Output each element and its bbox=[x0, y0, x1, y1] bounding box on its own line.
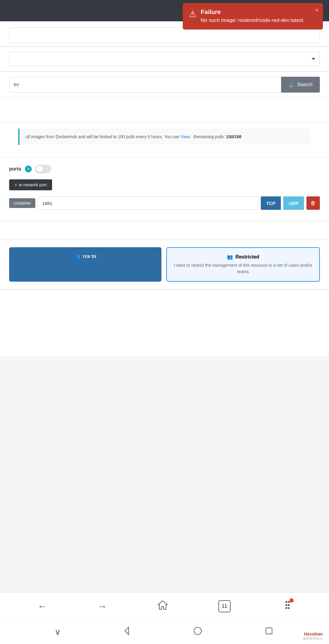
ports-section: ports ? + w network port container TCP U… bbox=[0, 157, 329, 221]
toggle-thumb bbox=[36, 166, 43, 172]
info-text-main: ull images from DockerHub and will be li… bbox=[26, 134, 179, 139]
android-chevron-down[interactable]: ∨ bbox=[55, 627, 61, 637]
android-system-back[interactable] bbox=[121, 625, 132, 639]
hassbian-sublabel: 彼岸技术论坛 bbox=[303, 636, 323, 641]
image-search-section: ev ⚓ Search bbox=[0, 72, 329, 98]
svg-point-2 bbox=[285, 604, 287, 606]
tabs-count: 11 bbox=[222, 604, 227, 609]
svg-rect-8 bbox=[266, 628, 272, 634]
svg-point-3 bbox=[288, 604, 290, 606]
ports-label: ports bbox=[9, 166, 21, 172]
svg-point-5 bbox=[288, 607, 290, 609]
android-forward-button[interactable]: → bbox=[97, 601, 107, 612]
toast-body: Failure No such image: nodered/node-red-… bbox=[201, 9, 303, 24]
udp-button[interactable]: UDP bbox=[283, 196, 304, 210]
toast-close-button[interactable]: × bbox=[315, 7, 319, 14]
toast-message: No such image: nodered/node-red-dev:late… bbox=[201, 17, 303, 24]
info-box: ull images from DockerHub and will be li… bbox=[18, 128, 311, 145]
access-option-left[interactable]: 👥 rce to bbox=[9, 247, 161, 282]
search-button[interactable]: ⚓ Search bbox=[281, 77, 320, 93]
android-top-bar: ← → 11 bbox=[0, 593, 329, 620]
access-options: 👥 rce to 👥 Restricted I want to restrict… bbox=[9, 247, 320, 282]
android-system-home[interactable] bbox=[192, 625, 203, 639]
plus-icon: + bbox=[15, 182, 17, 187]
spacer-1 bbox=[0, 221, 329, 240]
delete-port-button[interactable]: 🗑 bbox=[306, 196, 320, 210]
search-results-area bbox=[0, 98, 329, 122]
ports-toggle[interactable] bbox=[35, 165, 51, 173]
toggle-track bbox=[35, 165, 51, 173]
access-left-icon: 👥 bbox=[74, 253, 80, 259]
android-menu-button[interactable] bbox=[281, 600, 292, 613]
tcp-button[interactable]: TCP bbox=[261, 196, 281, 210]
bottom-spacer bbox=[0, 290, 329, 357]
android-home-button[interactable] bbox=[157, 600, 168, 613]
port-row: container TCP UDP 🗑 bbox=[9, 196, 320, 210]
add-network-port-button[interactable]: + w network port bbox=[9, 179, 52, 190]
pulls-count: 100/100 bbox=[226, 134, 242, 139]
hassbian-branding: Hassbian 彼岸技术论坛 bbox=[303, 632, 323, 641]
toast-title: Failure bbox=[201, 9, 303, 16]
toast-warning-icon: ⚠ bbox=[189, 9, 196, 19]
port-value-input[interactable] bbox=[38, 196, 259, 210]
image-name-input[interactable] bbox=[9, 27, 320, 43]
access-restricted-label: Restricted bbox=[235, 254, 259, 260]
access-restricted-title: 👥 Restricted bbox=[173, 254, 313, 260]
info-section: ull images from DockerHub and will be li… bbox=[0, 122, 329, 157]
android-tabs-button[interactable]: 11 bbox=[218, 600, 231, 612]
access-left-title: 👥 rce to bbox=[15, 253, 155, 259]
trash-icon: 🗑 bbox=[310, 200, 316, 206]
ship-wheel-icon: ⚓ bbox=[288, 82, 295, 88]
access-restricted-icon: 👥 bbox=[227, 254, 233, 260]
svg-marker-6 bbox=[125, 627, 129, 635]
access-left-label: rce to bbox=[83, 254, 96, 259]
registry-select[interactable] bbox=[9, 52, 320, 66]
access-restricted-description: I want to restrict the management of thi… bbox=[173, 262, 313, 275]
info-text-remaining: . Remaining pulls: bbox=[191, 134, 226, 139]
image-search-input[interactable]: ev bbox=[9, 77, 281, 93]
image-search-row: ev ⚓ Search bbox=[9, 77, 320, 93]
svg-point-4 bbox=[285, 607, 287, 609]
page-content: ⚠ Failure No such image: nodered/node-re… bbox=[0, 0, 329, 411]
access-option-restricted[interactable]: 👥 Restricted I want to restrict the mana… bbox=[166, 247, 320, 282]
add-port-label: w network port bbox=[19, 182, 47, 187]
android-nav-bar: ← → 11 ∨ bbox=[0, 593, 329, 644]
ports-help-icon[interactable]: ? bbox=[25, 166, 32, 172]
registry-section bbox=[0, 47, 329, 72]
android-back-button[interactable]: ← bbox=[37, 601, 47, 612]
search-button-label: Search bbox=[297, 82, 313, 87]
android-bottom-bar: ∨ Hassbian 彼岸技术论坛 bbox=[0, 620, 329, 644]
menu-badge bbox=[289, 598, 294, 603]
ports-header: ports ? bbox=[9, 165, 320, 173]
hassbian-logo: Hassbian bbox=[303, 632, 323, 636]
toast-notification: ⚠ Failure No such image: nodered/node-re… bbox=[183, 3, 323, 30]
port-container-label: container bbox=[9, 198, 35, 208]
access-section: 👥 rce to 👥 Restricted I want to restrict… bbox=[0, 240, 329, 289]
android-recent-apps[interactable] bbox=[264, 625, 274, 639]
info-link[interactable]: View bbox=[181, 134, 190, 139]
svg-point-7 bbox=[194, 627, 201, 635]
svg-point-0 bbox=[285, 601, 287, 603]
